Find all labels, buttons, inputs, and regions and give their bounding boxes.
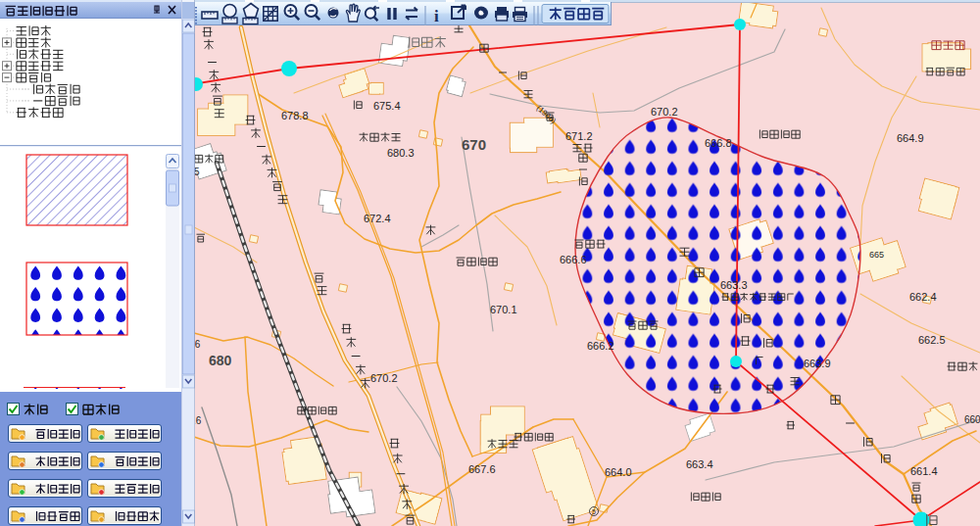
svg-text:680.3: 680.3 [387,147,415,159]
svg-text:662.5: 662.5 [918,334,946,346]
svg-text:663.4: 663.4 [686,458,713,470]
svg-text:661.4: 661.4 [910,465,938,477]
svg-text:670.2: 670.2 [651,106,678,118]
svg-text:667.6: 667.6 [468,463,496,475]
svg-text:675.4: 675.4 [373,100,401,112]
svg-text:i: i [434,7,439,25]
svg-text:670: 670 [462,136,486,153]
svg-text:671.2: 671.2 [565,130,593,142]
svg-text:5: 5 [592,508,596,515]
svg-text:664.0: 664.0 [605,466,632,478]
svg-text:660: 660 [964,414,980,425]
svg-text:666.8: 666.8 [705,137,732,149]
svg-text:666.6: 666.6 [560,254,587,265]
svg-text:662.4: 662.4 [909,291,937,303]
svg-text:663.9: 663.9 [804,358,831,369]
svg-text:664.9: 664.9 [897,132,924,144]
svg-text:678.8: 678.8 [281,110,309,121]
svg-text:672.4: 672.4 [364,213,391,224]
svg-text:680: 680 [209,353,232,368]
svg-text:663.3: 663.3 [720,279,748,291]
svg-text:670.1: 670.1 [490,304,517,315]
svg-text:665: 665 [869,250,884,260]
svg-text:666.2: 666.2 [587,340,614,352]
svg-text:670.2: 670.2 [370,372,398,384]
